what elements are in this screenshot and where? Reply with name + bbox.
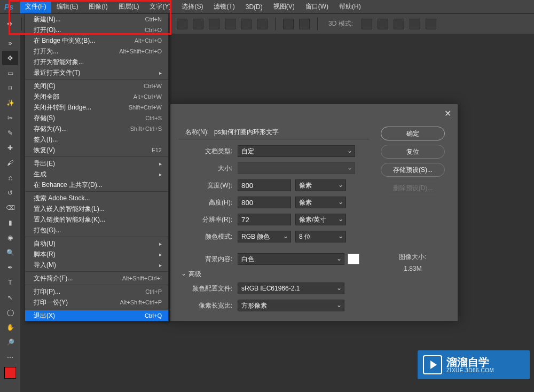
menu-file[interactable]: 文件(F) [20, 0, 51, 13]
file-menu-item[interactable]: 打开为...Alt+Shift+Ctrl+O [25, 46, 168, 57]
file-menu-item[interactable]: 打开(O)...Ctrl+O [25, 25, 168, 35]
mode3d-1[interactable] [362, 19, 372, 29]
file-menu-item[interactable]: 文件简介(F)...Alt+Shift+Ctrl+I [25, 273, 168, 284]
menu-filter[interactable]: 滤镜(T) [208, 0, 240, 13]
dist-btn-5[interactable] [241, 19, 252, 29]
brush-tool-icon[interactable]: 🖌 [2, 155, 18, 170]
profile-select[interactable]: sRGB IEC61966-2.1 [238, 283, 344, 294]
file-menu-item[interactable]: 导出(E) [25, 158, 168, 169]
file-menu-item[interactable]: 生成 [25, 169, 168, 179]
file-menu-item[interactable]: 打包(G)... [25, 225, 168, 236]
menu-3d[interactable]: 3D(D) [240, 1, 268, 13]
file-menu-item[interactable]: 恢复(V)F12 [25, 145, 168, 155]
path-select-tool-icon[interactable]: ↖ [2, 290, 18, 304]
file-menu-item[interactable]: 置入嵌入的智能对象(L)... [25, 203, 168, 214]
height-unit-select[interactable]: 像素 [295, 197, 346, 208]
file-menu-item[interactable]: 打开为智能对象... [25, 57, 168, 67]
blur-tool-icon[interactable]: ◉ [2, 230, 18, 245]
dodge-tool-icon[interactable]: 🔍 [2, 245, 18, 260]
eyedropper-tool-icon[interactable]: ✎ [2, 126, 18, 140]
dist-spacing-1[interactable] [283, 19, 294, 29]
lasso-tool-icon[interactable]: ⌑ [2, 81, 18, 95]
mode3d-5[interactable] [426, 19, 436, 29]
file-menu-item[interactable]: 存储(S)Ctrl+S [25, 113, 168, 123]
move-tool-icon[interactable]: ✥ [2, 51, 18, 65]
type-tool-icon[interactable]: T [2, 275, 18, 289]
file-menu-item[interactable]: 在 Bridge 中浏览(B)...Alt+Ctrl+O [25, 35, 168, 46]
menu-window[interactable]: 窗口(W) [300, 0, 334, 13]
advanced-section[interactable]: 高级 [189, 270, 369, 279]
name-value[interactable]: ps如何打圈内环形文字 [214, 128, 279, 137]
file-menu-item[interactable]: 搜索 Adobe Stock... [25, 193, 168, 203]
zoom-tool-icon[interactable]: 🔎 [2, 335, 18, 349]
width-unit-select[interactable]: 像素 [295, 179, 346, 191]
menu-select[interactable]: 选择(S) [176, 0, 208, 13]
width-input[interactable] [238, 179, 291, 191]
save-preset-button[interactable]: 存储预设(S)... [381, 163, 445, 177]
hand-tool-icon[interactable]: ✋ [2, 320, 18, 334]
color-mode-select[interactable]: RGB 颜色 [238, 231, 291, 242]
file-menu-item[interactable]: 在 Behance 上共享(D)... [25, 179, 168, 190]
dist-btn-3[interactable] [209, 19, 219, 29]
size-select[interactable] [238, 162, 355, 174]
doc-type-label: 文档类型: [179, 147, 238, 156]
menu-layer[interactable]: 图层(L) [113, 0, 145, 13]
magic-wand-tool-icon[interactable]: ✨ [2, 96, 18, 110]
heal-tool-icon[interactable]: ✚ [2, 140, 18, 155]
file-menu-item[interactable]: 退出(X)Ctrl+Q [25, 310, 168, 321]
close-icon[interactable]: ✕ [444, 108, 451, 119]
file-menu-item[interactable]: 关闭并转到 Bridge...Shift+Ctrl+W [25, 102, 168, 113]
menu-view[interactable]: 视图(V) [268, 0, 300, 13]
crop-tool-icon[interactable]: ✂ [2, 111, 18, 125]
ellipse-tool-icon[interactable]: ◯ [2, 305, 18, 319]
panel-collapse-icon[interactable]: » [2, 36, 18, 50]
ok-button[interactable]: 确定 [381, 127, 445, 140]
foreground-color[interactable] [4, 367, 16, 379]
mode3d-2[interactable] [378, 19, 388, 29]
doc-type-select[interactable]: 自定 [238, 145, 355, 157]
stamp-tool-icon[interactable]: ⎌ [2, 170, 18, 185]
gradient-tool-icon[interactable]: ▮ [2, 215, 18, 230]
dist-spacing-2[interactable] [299, 19, 310, 29]
file-menu-item[interactable]: 自动(U) [25, 238, 168, 249]
bg-color-chip[interactable] [348, 254, 359, 264]
dist-btn-2[interactable] [193, 19, 203, 29]
file-menu-item[interactable]: 关闭(C)Ctrl+W [25, 81, 168, 91]
menu-help[interactable]: 帮助(H) [334, 0, 366, 13]
dist-btn-6[interactable] [257, 19, 268, 29]
file-menu-item[interactable]: 签入(I)... [25, 134, 168, 145]
res-input[interactable] [238, 214, 291, 225]
bg-select[interactable]: 白色 [238, 253, 344, 265]
file-menu-item[interactable]: 打印(P)...Ctrl+P [25, 286, 168, 297]
file-menu-item[interactable]: 最近打开文件(T) [25, 67, 168, 78]
res-unit-select[interactable]: 像素/英寸 [295, 214, 346, 225]
new-document-dialog: ✕ 名称(N): ps如何打圈内环形文字 文档类型: 自定 大小: 宽度(W):… [170, 104, 458, 322]
file-menu-item[interactable]: 置入链接的智能对象(K)... [25, 214, 168, 225]
menu-edit[interactable]: 编辑(E) [51, 0, 83, 13]
pen-tool-icon[interactable]: ✒ [2, 260, 18, 275]
cancel-button[interactable]: 复位 [381, 145, 445, 159]
dist-btn-4[interactable] [225, 19, 235, 29]
marquee-tool-icon[interactable]: ▭ [2, 66, 18, 80]
history-brush-tool-icon[interactable]: ↺ [2, 185, 18, 200]
file-menu-item[interactable]: 打印一份(Y)Alt+Shift+Ctrl+P [25, 297, 168, 308]
eraser-tool-icon[interactable]: ⌫ [2, 200, 18, 215]
file-menu-item[interactable]: 存储为(A)...Shift+Ctrl+S [25, 123, 168, 134]
move-tool-icon[interactable]: ✥ [5, 20, 14, 28]
mode3d-3[interactable] [394, 19, 404, 29]
file-menu-item[interactable]: 脚本(R) [25, 249, 168, 260]
menu-type[interactable]: 文字(Y) [144, 0, 176, 13]
menubar: Ps 文件(F) 编辑(E) 图像(I) 图层(L) 文字(Y) 选择(S) 滤… [0, 0, 534, 13]
height-label: 高度(H): [179, 198, 238, 207]
menu-image[interactable]: 图像(I) [83, 0, 113, 13]
color-depth-select[interactable]: 8 位 [295, 231, 346, 242]
file-menu-item[interactable]: 导入(M) [25, 260, 168, 270]
dist-btn-1[interactable] [177, 19, 187, 29]
file-menu-item[interactable]: 关闭全部Alt+Ctrl+W [25, 91, 168, 102]
mode3d-4[interactable] [410, 19, 420, 29]
height-input[interactable] [238, 197, 291, 208]
aspect-select[interactable]: 方形像素 [238, 300, 344, 311]
file-menu-dropdown: 新建(N)...Ctrl+N打开(O)...Ctrl+O在 Bridge 中浏览… [25, 13, 169, 322]
edit-toolbar-icon[interactable]: ⋯ [2, 350, 18, 364]
file-menu-item[interactable]: 新建(N)...Ctrl+N [25, 14, 168, 25]
